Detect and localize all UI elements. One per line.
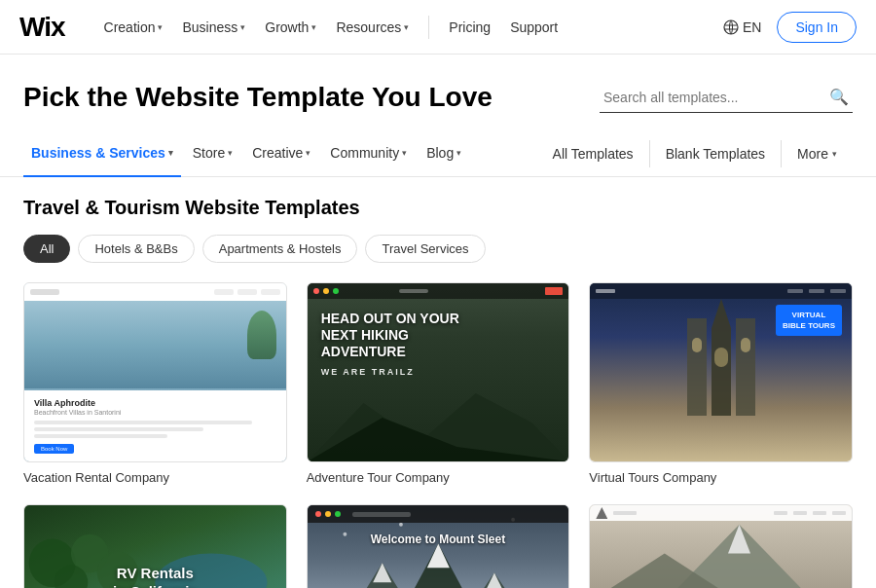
sign-in-button[interactable]: Sign In — [777, 12, 857, 43]
nav-creation[interactable]: Creation ▾ — [96, 14, 171, 41]
category-navigation: Business & Services ▾ Store ▾ Creative ▾… — [0, 130, 876, 177]
search-icon[interactable]: 🔍 — [829, 88, 849, 106]
svg-point-23 — [399, 523, 403, 527]
template-label: Vacation Rental Company — [23, 470, 287, 485]
template-thumbnail: RV Rentalsin California Explore Now — [23, 504, 287, 588]
search-box[interactable]: 🔍 — [600, 82, 853, 113]
nav-support[interactable]: Support — [502, 14, 566, 41]
template-thumbnail: Villa Aphrodite Beachfront Villas in San… — [23, 282, 287, 462]
svg-point-0 — [724, 20, 738, 34]
cat-store[interactable]: Store ▾ — [185, 130, 240, 177]
cat-business-services[interactable]: Business & Services ▾ — [23, 130, 181, 177]
top-navigation: Wix Creation ▾ Business ▾ Growth ▾ Resou… — [0, 0, 876, 55]
section-title: Travel & Tourism Website Templates — [23, 197, 853, 219]
cat-right-items: All Templates Blank Templates More ▾ — [537, 140, 853, 167]
template-card-adventure-tour-2[interactable]: Welcome to Mount Sleet Our Trails — [307, 504, 570, 588]
template-thumbnail: Urban NomadAdventures Discover. Change t… — [589, 504, 853, 588]
filter-travel-services[interactable]: Travel Services — [365, 235, 485, 263]
template-thumbnail: HEAD OUT ON YOURNEXT HIKINGADVENTURE WE … — [307, 282, 570, 462]
template-grid: Villa Aphrodite Beachfront Villas in San… — [23, 282, 853, 588]
chevron-down-icon: ▾ — [158, 22, 163, 32]
template-card-vacation-rental[interactable]: Villa Aphrodite Beachfront Villas in San… — [23, 282, 287, 485]
svg-marker-20 — [426, 544, 449, 569]
language-selector[interactable]: EN — [723, 19, 761, 35]
template-card-urban-nomad[interactable]: Urban NomadAdventures Discover. Change t… — [589, 504, 853, 588]
svg-rect-9 — [714, 348, 728, 367]
template-label: Adventure Tour Company — [307, 470, 570, 485]
svg-marker-5 — [712, 299, 731, 328]
cat-blog[interactable]: Blog ▾ — [419, 130, 469, 177]
template-label: Virtual Tours Company — [589, 470, 853, 485]
svg-rect-3 — [687, 318, 707, 416]
nav-resources[interactable]: Resources ▾ — [328, 14, 417, 41]
nav-pricing[interactable]: Pricing — [441, 14, 498, 41]
filter-all[interactable]: All — [23, 235, 70, 263]
page-title: Pick the Website Template You Love — [23, 82, 493, 113]
template-card-adventure-tour-1[interactable]: HEAD OUT ON YOURNEXT HIKINGADVENTURE WE … — [307, 282, 570, 485]
main-content: Travel & Tourism Website Templates All H… — [0, 177, 876, 588]
svg-rect-7 — [692, 338, 702, 352]
more-link[interactable]: More ▾ — [781, 140, 853, 167]
chevron-down-icon: ▾ — [311, 22, 316, 32]
cat-creative[interactable]: Creative ▾ — [244, 130, 318, 177]
template-thumbnail: VIRTUALBIBLE TOURS — [589, 282, 853, 462]
chevron-down-icon: ▾ — [832, 149, 837, 159]
all-templates-link[interactable]: All Templates — [537, 140, 649, 167]
svg-rect-8 — [741, 338, 750, 352]
chevron-down-icon: ▾ — [402, 148, 407, 158]
wix-logo[interactable]: Wix — [19, 12, 65, 43]
nav-divider — [428, 16, 429, 39]
filter-hotels[interactable]: Hotels & B&Bs — [78, 235, 194, 263]
nav-growth[interactable]: Growth ▾ — [257, 14, 324, 41]
svg-rect-6 — [712, 328, 731, 416]
search-input[interactable] — [603, 90, 821, 105]
nav-right: EN Sign In — [723, 12, 857, 43]
chevron-down-icon: ▾ — [456, 148, 461, 158]
svg-rect-4 — [736, 318, 755, 416]
nav-business[interactable]: Business ▾ — [174, 14, 253, 41]
chevron-down-icon: ▾ — [404, 22, 409, 32]
nav-items: Creation ▾ Business ▾ Growth ▾ Resources… — [96, 14, 700, 41]
template-thumbnail: Welcome to Mount Sleet Our Trails — [307, 504, 570, 588]
chevron-down-icon: ▾ — [228, 148, 233, 158]
chevron-down-icon: ▾ — [240, 22, 245, 32]
hero-section: Pick the Website Template You Love 🔍 — [0, 55, 876, 130]
filter-row: All Hotels & B&Bs Apartments & Hostels T… — [23, 235, 853, 263]
cat-items: Business & Services ▾ Store ▾ Creative ▾… — [23, 130, 537, 177]
chevron-down-icon: ▾ — [306, 148, 310, 158]
template-card-rv-rentals[interactable]: RV Rentalsin California Explore Now RV R… — [23, 504, 287, 588]
blank-templates-link[interactable]: Blank Templates — [649, 140, 781, 167]
chevron-down-icon: ▾ — [168, 148, 173, 158]
filter-apartments[interactable]: Apartments & Hostels — [202, 235, 358, 263]
svg-marker-19 — [373, 563, 391, 582]
template-card-virtual-tours[interactable]: VIRTUALBIBLE TOURS Virtual Tours Company — [589, 282, 853, 485]
cat-community[interactable]: Community ▾ — [322, 130, 415, 177]
globe-icon — [723, 19, 739, 35]
